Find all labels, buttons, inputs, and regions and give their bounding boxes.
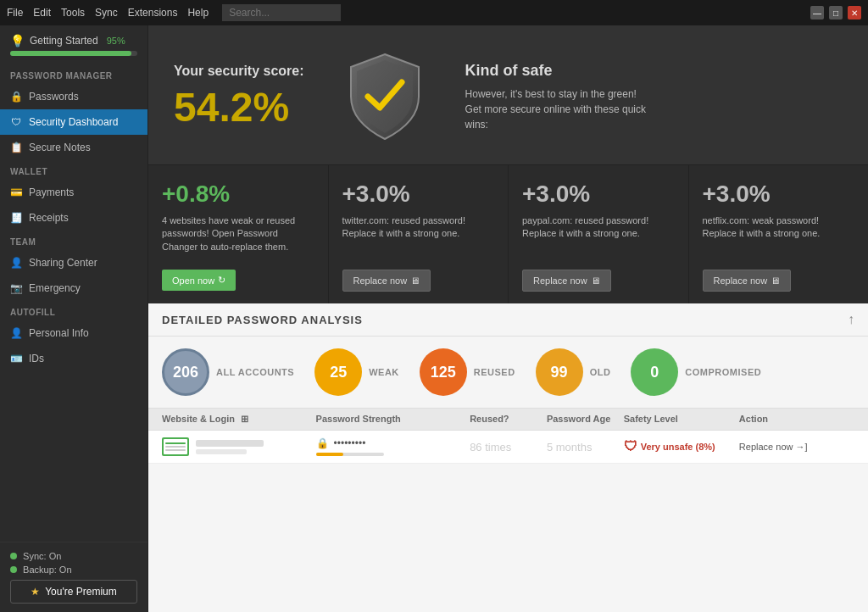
quick-win-card-3: +3.0% netflix.com: weak password! Replac… [689, 165, 869, 303]
sidebar-item-emergency[interactable]: 📷 Emergency [0, 275, 147, 301]
safety-label: Very unsafe (8%) [641, 442, 715, 452]
kind-safe-block: Kind of safe However, it's best to stay … [465, 62, 652, 132]
menu-file[interactable]: File [7, 7, 23, 19]
titlebar-left: File Edit Tools Sync Extensions Help [7, 4, 341, 21]
sidebar-item-passwords[interactable]: 🔒 Passwords [0, 84, 147, 109]
section-label-password-manager: PASSWORD MANAGER [0, 64, 147, 84]
thumb-line [165, 446, 186, 448]
menu-help[interactable]: Help [187, 7, 209, 19]
sidebar: 💡 Getting Started 95% PASSWORD MANAGER 🔒… [0, 25, 148, 612]
qw-desc-3: netflix.com: weak password! Replace it w… [703, 214, 855, 261]
score-label: Your security score: [174, 64, 304, 79]
titlebar: File Edit Tools Sync Extensions Help — □… [0, 0, 868, 25]
progress-percent: 95% [107, 36, 125, 46]
sync-dot [10, 553, 17, 559]
premium-button[interactable]: ★ You're Premium [10, 580, 137, 604]
sharing-icon: 👤 [10, 257, 22, 269]
sidebar-item-secure-notes[interactable]: 📋 Secure Notes [0, 135, 147, 160]
section-label-wallet: WALLET [0, 160, 147, 180]
col-action: Replace now →] [739, 442, 854, 452]
shield-icon [342, 50, 427, 143]
label-weak: WEAK [369, 367, 399, 377]
app-container: 💡 Getting Started 95% PASSWORD MANAGER 🔒… [0, 25, 868, 612]
emergency-icon: 📷 [10, 282, 22, 294]
site-login [196, 449, 247, 454]
stat-old: 99 OLD [536, 348, 611, 396]
quick-win-card-2: +3.0% paypal.com: reused password! Repla… [509, 165, 689, 303]
backup-dot [10, 566, 17, 573]
menu-edit[interactable]: Edit [33, 7, 51, 19]
col-header-strength: Password Strength [316, 414, 470, 425]
qw-desc-2: paypal.com: reused password! Replace it … [522, 214, 675, 261]
score-text-block: Your security score: 54.2% [174, 64, 304, 131]
sort-icon[interactable]: ⊞ [241, 414, 248, 424]
stat-weak: 25 WEAK [314, 348, 399, 396]
menu-bar: File Edit Tools Sync Extensions Help [7, 7, 209, 19]
qw-percent-0: +0.8% [162, 181, 314, 208]
col-strength: 🔒 ••••••••• [316, 437, 470, 456]
circle-reused: 125 [420, 348, 467, 396]
detail-header: DETAILED PASSWORD ANALYSIS ↑ [148, 303, 868, 337]
strength-fill [316, 453, 343, 456]
col-header-action: Action [739, 414, 854, 425]
replace-now-button-1[interactable]: Replace now 🖥 [342, 270, 431, 292]
password-dots: 🔒 ••••••••• [316, 437, 470, 449]
table-header: Website & Login ⊞ Password Strength Reus… [148, 409, 868, 431]
close-button[interactable]: ✕ [848, 6, 861, 19]
circle-weak: 25 [314, 348, 362, 396]
circle-old: 99 [536, 348, 583, 396]
stat-compromised: 0 COMPROMISED [631, 348, 761, 396]
arrow-icon: →] [795, 442, 807, 452]
site-info [196, 440, 264, 454]
sidebar-item-personal-info[interactable]: 👤 Personal Info [0, 320, 147, 346]
col-header-age: Password Age [547, 414, 624, 425]
qw-desc-1: twitter.com: reused password! Replace it… [342, 214, 495, 261]
stats-row: 206 ALL ACCOUNTS 25 WEAK 125 REUSED 99 O… [148, 337, 868, 409]
action-replace-button[interactable]: Replace now →] [739, 442, 854, 452]
sync-status: Sync: On [10, 551, 137, 561]
stat-all-accounts: 206 ALL ACCOUNTS [162, 348, 294, 396]
minimize-button[interactable]: — [810, 6, 824, 19]
sidebar-item-payments[interactable]: 💳 Payments [0, 180, 147, 205]
quick-win-card-1: +3.0% twitter.com: reused password! Repl… [329, 165, 509, 303]
id-icon: 🪪 [10, 353, 22, 364]
detail-title: DETAILED PASSWORD ANALYSIS [162, 314, 363, 326]
thumb-inner [164, 439, 187, 454]
label-reused: REUSED [474, 367, 515, 377]
thumb-line [165, 449, 186, 451]
maximize-button[interactable]: □ [829, 6, 843, 19]
sidebar-item-sharing-center[interactable]: 👤 Sharing Center [0, 250, 147, 275]
menu-sync[interactable]: Sync [95, 7, 118, 19]
open-now-button[interactable]: Open now ↻ [162, 270, 236, 291]
sidebar-item-ids[interactable]: 🪪 IDs [0, 346, 147, 371]
progress-bar-fill [10, 51, 131, 56]
notes-icon: 📋 [10, 142, 22, 153]
qw-percent-2: +3.0% [522, 181, 675, 208]
browser-icon: 🖥 [410, 275, 420, 286]
collapse-button[interactable]: ↑ [848, 312, 854, 327]
quick-wins: +0.8% 4 websites have weak or reused pas… [148, 164, 868, 303]
label-compromised: COMPROMISED [685, 367, 761, 377]
menu-extensions[interactable]: Extensions [128, 7, 178, 19]
sidebar-item-security-dashboard[interactable]: 🛡 Security Dashboard [0, 109, 147, 135]
progress-bar-track [10, 51, 137, 56]
col-reused: 86 times [470, 441, 547, 453]
refresh-icon: ↻ [218, 275, 225, 286]
col-header-site: Website & Login ⊞ [162, 414, 316, 425]
kind-safe-desc: However, it's best to stay in the green!… [465, 86, 652, 132]
stat-reused: 125 REUSED [420, 348, 515, 396]
sidebar-item-receipts[interactable]: 🧾 Receipts [0, 205, 147, 231]
payments-icon: 💳 [10, 186, 22, 198]
col-header-safety: Safety Level [624, 414, 739, 425]
shield-container [338, 46, 431, 147]
quick-win-card-0: +0.8% 4 websites have weak or reused pas… [148, 165, 329, 303]
person-icon: 👤 [10, 327, 22, 339]
col-safety: 🛡 Very unsafe (8%) [624, 439, 739, 454]
replace-now-button-3[interactable]: Replace now 🖥 [703, 270, 792, 292]
qw-percent-1: +3.0% [342, 181, 495, 208]
col-age: 5 months [547, 441, 624, 453]
menu-tools[interactable]: Tools [61, 7, 85, 19]
replace-now-button-2[interactable]: Replace now 🖥 [522, 270, 611, 292]
search-input[interactable] [222, 4, 341, 21]
score-value: 54.2% [174, 84, 304, 131]
